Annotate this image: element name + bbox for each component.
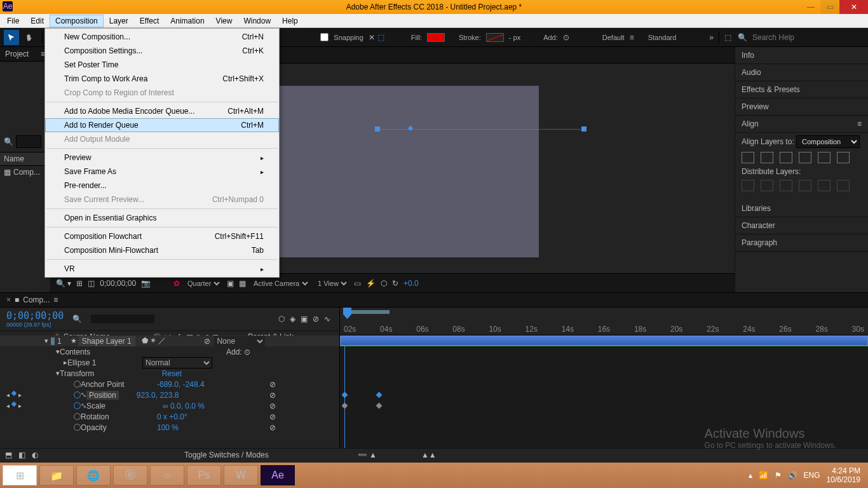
menu-item-open-in-essential-graphics[interactable]: Open in Essential Graphics (45, 211, 279, 225)
add-dropdown-icon[interactable]: ⊙ (563, 33, 569, 42)
stopwatch-icon[interactable] (74, 413, 81, 420)
ie-icon[interactable]: ⓔ (113, 465, 147, 485)
path-handle[interactable] (375, 126, 380, 132)
menu-icon[interactable]: ≡ (630, 33, 634, 42)
frame-blend-icon[interactable]: ▣ (301, 315, 308, 323)
align-icon[interactable] (837, 152, 850, 163)
menu-item-composition-settings[interactable]: Composition Settings...Ctrl+K (45, 44, 279, 58)
reset-exposure-icon[interactable]: ↻ (392, 279, 398, 288)
fast-preview-icon[interactable]: ⚡ (366, 279, 376, 288)
close-tab-icon[interactable]: × (6, 295, 11, 304)
blend-mode-select[interactable]: Normal (142, 357, 212, 369)
contents-group[interactable]: ▾ ContentsAdd: ⊙ (0, 346, 339, 357)
time-ruler[interactable]: 02s04s06s08s10s12s14s16s18s20s22s24s26s2… (340, 308, 868, 335)
workspace-default[interactable]: Default (602, 34, 625, 41)
menu-layer[interactable]: Layer (104, 15, 134, 27)
opacity-property[interactable]: Opacity100 %⊘ (0, 422, 339, 433)
snap-icon[interactable]: ✕ (369, 33, 375, 42)
photoshop-icon[interactable]: Ps (187, 465, 221, 485)
layer-duration-bar[interactable] (340, 336, 868, 346)
chrome-icon[interactable]: 🌐 (76, 465, 111, 485)
frame-blend-toggle[interactable]: ◧ (18, 451, 25, 459)
timecode-display[interactable]: 0;00;00;00 (100, 279, 136, 288)
keyframe[interactable] (342, 403, 348, 409)
stopwatch-icon[interactable] (74, 381, 81, 388)
layer-row[interactable]: ▾ 1 ★ Shape Layer 1 ⬟ ✶ ／ ⊘ None (0, 336, 339, 346)
selection-tool[interactable] (4, 30, 19, 45)
menu-composition[interactable]: Composition (50, 15, 104, 27)
menu-view[interactable]: View (210, 15, 238, 27)
anchor-value[interactable]: -689.0, -248.4 (157, 380, 205, 389)
playhead[interactable] (343, 308, 351, 319)
system-clock[interactable]: 4:24 PM10/6/2019 (827, 466, 860, 485)
maximize-button[interactable]: ▭ (820, 0, 839, 14)
composition-canvas[interactable] (247, 86, 539, 257)
camera-select[interactable]: Active Camera (251, 279, 310, 288)
motion-blur-toggle[interactable]: ◐ (32, 451, 38, 459)
menu-item-composition-mini-flowchart[interactable]: Composition Mini-FlowchartTab (45, 243, 279, 257)
flag-icon[interactable]: ⚑ (775, 471, 782, 480)
stopwatch-icon[interactable] (74, 424, 81, 431)
graph-editor-icon[interactable]: ∿ (324, 315, 330, 323)
align-icon[interactable] (780, 152, 792, 163)
after-effects-taskbar-icon[interactable]: Ae (261, 465, 295, 485)
tray-up-icon[interactable]: ▴ (749, 471, 752, 480)
keyframe-nav[interactable]: ◂ ▸ (6, 391, 22, 398)
opacity-value[interactable]: 100 % (157, 423, 179, 432)
menu-help[interactable]: Help (276, 15, 304, 27)
align-icon[interactable] (818, 152, 831, 163)
ellipse-group[interactable]: ▸ Ellipse 1Normal (0, 357, 339, 368)
menu-window[interactable]: Window (238, 15, 276, 27)
toggle-switches-button[interactable]: Toggle Switches / Modes (184, 451, 269, 459)
path-handle[interactable] (581, 126, 587, 132)
menu-item-new-composition[interactable]: New Composition...Ctrl+N (45, 30, 279, 44)
draft-3d-icon[interactable]: ◈ (290, 315, 295, 323)
transform-group[interactable]: ▾ TransformReset (0, 368, 339, 379)
scale-value[interactable]: 0.0, 0.0 % (170, 402, 205, 410)
flowchart-icon[interactable]: ⬡ (381, 279, 387, 288)
parent-select[interactable]: None (214, 336, 265, 346)
snap-box-icon[interactable]: ⬚ (377, 33, 384, 42)
word-icon[interactable]: W (224, 465, 258, 485)
position-value[interactable]: 923.0, 223.8 (137, 391, 179, 400)
transparency-icon[interactable]: ▦ (239, 279, 246, 288)
align-icon[interactable] (799, 152, 811, 163)
anchor-point-property[interactable]: Anchor Point-689.0, -248.4⊘ (0, 379, 339, 390)
panel-preview[interactable]: Preview (735, 98, 868, 116)
motion-path[interactable] (377, 129, 583, 130)
stroke-px[interactable]: - px (509, 34, 520, 41)
align-target-select[interactable]: Composition (796, 135, 860, 148)
minimize-button[interactable]: — (801, 0, 820, 14)
menu-item-save-frame-as[interactable]: Save Frame As (45, 165, 279, 179)
layer-name[interactable]: Shape Layer 1 (78, 336, 135, 346)
align-icon[interactable] (761, 152, 773, 163)
comp-mini-flowchart-icon[interactable]: ⬡ (278, 315, 285, 323)
project-tab[interactable]: Project (5, 50, 29, 58)
menu-item-vr[interactable]: VR (45, 262, 279, 276)
channels-icon[interactable]: ✿ (173, 279, 180, 288)
work-area-bar[interactable] (345, 310, 390, 314)
pixel-aspect-icon[interactable]: ▭ (354, 279, 361, 288)
magnify-icon[interactable]: 🔍 ▾ (56, 279, 71, 288)
reset-button[interactable]: Reset (162, 369, 182, 378)
snapshot-icon[interactable]: 📷 (141, 279, 151, 288)
keyframe[interactable] (376, 403, 383, 409)
panel-paragraph[interactable]: Paragraph (735, 234, 868, 252)
language-indicator[interactable]: ENG (804, 471, 820, 480)
file-explorer-icon[interactable]: 📁 (39, 465, 74, 485)
network-icon[interactable]: 📶 (759, 471, 768, 480)
timeline-tab[interactable]: Comp... (23, 295, 50, 304)
menu-item-pre-render[interactable]: Pre-render... (45, 179, 279, 193)
scale-property[interactable]: ◂ ▸ ⤡ Scale∞ 0.0, 0.0 %⊘ (0, 400, 339, 411)
close-button[interactable]: ✕ (839, 0, 868, 14)
align-icon[interactable] (742, 152, 754, 163)
current-time[interactable]: 0;00;00;00 (6, 310, 64, 322)
views-select[interactable]: 1 View (315, 279, 349, 288)
position-property[interactable]: ◂ ▸ ⤡ Position923.0, 223.8⊘ (0, 390, 339, 400)
rotation-property[interactable]: Rotation0 x +0.0°⊘ (0, 411, 339, 422)
keyframe[interactable] (376, 392, 383, 398)
workspace-standard[interactable]: Standard (648, 34, 677, 41)
menu-item-add-to-adobe-media-encoder-queue[interactable]: Add to Adobe Media Encoder Queue...Ctrl+… (45, 104, 279, 118)
panel-character[interactable]: Character (735, 217, 868, 234)
shy-icon[interactable]: ⬒ (5, 451, 12, 459)
